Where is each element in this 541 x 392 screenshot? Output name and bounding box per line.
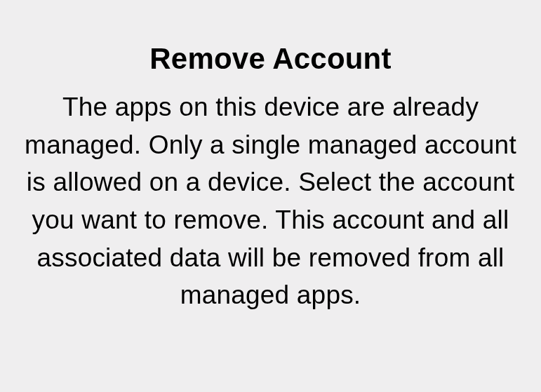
remove-account-dialog: Remove Account The apps on this device a… <box>0 0 541 314</box>
dialog-message: The apps on this device are already mana… <box>25 88 516 314</box>
dialog-title: Remove Account <box>25 42 516 76</box>
